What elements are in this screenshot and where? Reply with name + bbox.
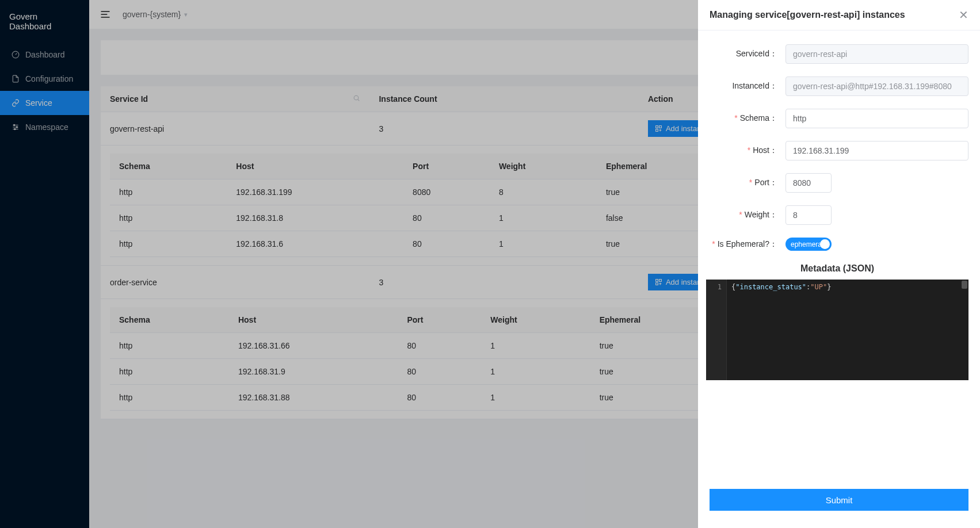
label-service-id: ServiceId [736, 49, 769, 58]
label-ephemeral: Is Ephemeral? [718, 239, 769, 248]
schema-field[interactable] [785, 109, 968, 128]
overlay-mask[interactable] [0, 0, 698, 528]
switch-knob [820, 239, 830, 249]
close-icon[interactable]: ✕ [959, 8, 968, 22]
metadata-editor[interactable]: 1 {"instance_status":"UP"} [706, 280, 968, 380]
instance-drawer: Managing service[govern-rest-api] instan… [698, 0, 980, 528]
instance-id-field [785, 76, 968, 96]
editor-content[interactable]: {"instance_status":"UP"} [727, 280, 968, 380]
submit-button[interactable]: Submit [710, 489, 968, 511]
label-weight: Weight [745, 210, 769, 219]
port-field[interactable] [785, 173, 832, 193]
service-id-field [785, 44, 968, 64]
label-instance-id: InstanceId [732, 81, 769, 90]
label-host: Host [753, 146, 769, 155]
metadata-heading: Metadata (JSON) [706, 263, 968, 274]
switch-label: ephemeral [785, 240, 823, 248]
label-schema: Schema [740, 113, 769, 123]
host-field[interactable] [785, 141, 968, 160]
weight-field[interactable] [785, 205, 832, 225]
editor-scrollbar[interactable] [962, 281, 967, 379]
editor-gutter: 1 [706, 280, 727, 380]
ephemeral-switch[interactable]: ephemeral [785, 238, 832, 251]
drawer-title: Managing service[govern-rest-api] instan… [710, 10, 905, 20]
label-port: Port [754, 178, 769, 187]
